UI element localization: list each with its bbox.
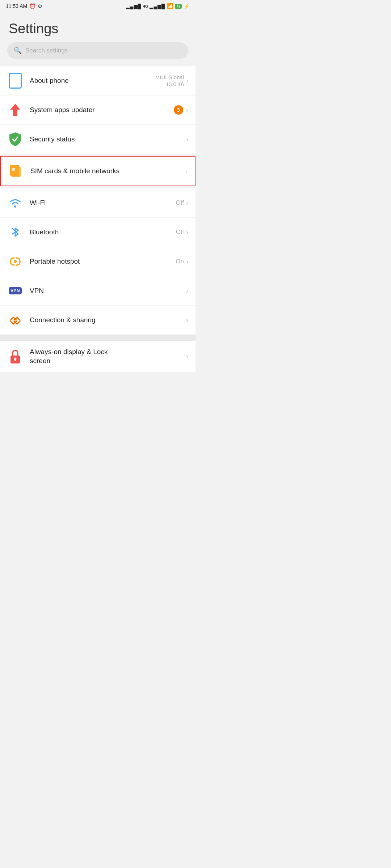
settings-item-hotspot[interactable]: Portable hotspot On › [0,247,196,276]
wifi-status-icon: 📶 [167,3,173,9]
status-icons-area: ▂▄▆█ 4G ▂▄▆█ 📶 73 ⚡ [126,3,190,9]
system-apps-badge: 3 [174,105,183,115]
about-phone-chevron: › [186,77,188,85]
about-phone-icon [7,73,23,89]
always-on-display-chevron: › [186,353,188,360]
status-time-area: 11:53 AM ⏰ ⚙ [6,3,42,9]
system-apps-chevron: › [186,106,188,114]
security-label: Security status [30,135,185,143]
system-apps-label: System apps updater [30,106,174,114]
status-bar: 11:53 AM ⏰ ⚙ ▂▄▆█ 4G ▂▄▆█ 📶 73 ⚡ [0,0,196,11]
settings-item-always-on-display[interactable]: Always-on display & Lockscreen › [0,341,196,372]
settings-item-wifi[interactable]: Wi-Fi Off › [0,188,196,217]
wifi-chevron: › [186,199,188,207]
wifi-value: Off [176,199,184,207]
svg-marker-0 [10,104,20,116]
wifi-label: Wi-Fi [30,199,176,207]
signal-icon: ▂▄▆█ [126,4,141,9]
connection-chevron: › [186,316,188,324]
vpn-icon: VPN [7,283,23,299]
search-input[interactable]: Search settings [25,47,68,54]
section-divider [0,335,196,341]
settings-item-vpn[interactable]: VPN VPN › [0,276,196,305]
bluetooth-chevron: › [186,229,188,236]
about-phone-value: MIUI Global13.0.16 [155,74,184,88]
signal2-icon: ▂▄▆█ [150,4,165,9]
settings-item-system-apps-updater[interactable]: System apps updater 3 › [0,95,196,124]
sim-cards-label: SIM cards & mobile networks [30,167,185,175]
bluetooth-label: Bluetooth [30,228,176,236]
settings-gear-icon: ⚙ [38,3,42,9]
hotspot-value: On [176,258,184,265]
hotspot-label: Portable hotspot [30,258,176,265]
sim-cards-icon [8,163,24,179]
bluetooth-value: Off [176,229,184,236]
status-time: 11:53 AM [6,3,27,9]
security-chevron: › [186,136,188,143]
svg-point-4 [14,205,16,208]
vpn-chevron: › [186,287,188,295]
always-on-display-icon [7,349,23,365]
always-on-display-label: Always-on display & Lockscreen [30,348,185,365]
page-title: Settings [0,11,196,42]
sim-cards-chevron: › [185,167,188,175]
hotspot-icon [7,254,23,269]
network-type-icon: 4G [143,4,148,8]
battery-icon: 73 [175,4,182,9]
settings-item-about-phone[interactable]: About phone MIUI Global13.0.16 › [0,66,196,95]
vpn-label: VPN [30,287,185,295]
about-phone-label: About phone [30,77,155,85]
connection-icon [7,312,23,328]
settings-list-2: Always-on display & Lockscreen › [0,341,196,372]
charging-icon: ⚡ [184,3,190,9]
wifi-icon [7,195,23,211]
search-bar[interactable]: 🔍 Search settings [7,42,188,59]
system-apps-icon [7,102,23,118]
settings-item-sim-cards[interactable]: SIM cards & mobile networks › [0,156,196,186]
security-icon [7,131,23,147]
alarm-icon: ⏰ [29,3,35,9]
hotspot-chevron: › [186,258,188,265]
svg-rect-3 [12,168,15,171]
settings-item-security-status[interactable]: Security status › [0,125,196,154]
settings-item-bluetooth[interactable]: Bluetooth Off › [0,218,196,247]
settings-item-connection-sharing[interactable]: Connection & sharing › [0,306,196,335]
search-icon: 🔍 [14,47,22,55]
bluetooth-icon [7,224,23,240]
settings-list: About phone MIUI Global13.0.16 › System … [0,66,196,335]
svg-rect-9 [14,359,16,361]
connection-label: Connection & sharing [30,316,185,324]
